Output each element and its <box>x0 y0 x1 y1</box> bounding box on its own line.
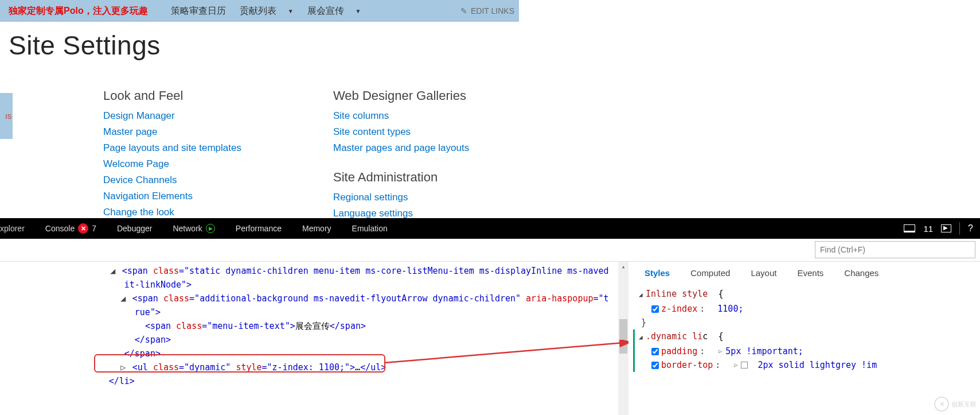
link-site-content-types[interactable]: Site content types <box>333 124 469 140</box>
devtools-tab-performance[interactable]: Performance <box>225 218 292 239</box>
devtools-tab-emulation[interactable]: Emulation <box>342 218 398 239</box>
link-device-channels[interactable]: Device Channels <box>103 172 241 188</box>
edit-links-button[interactable]: ✎ EDIT LINKS <box>460 6 514 15</box>
link-master-pages-and-layouts[interactable]: Master pages and page layouts <box>333 140 469 156</box>
section-heading: Site Administration <box>333 170 469 185</box>
play-in-box-icon[interactable] <box>941 224 951 232</box>
chevron-down-icon: ▼ <box>356 8 361 14</box>
link-regional-settings[interactable]: Regional settings <box>333 189 469 205</box>
link-navigation-elements[interactable]: Navigation Elements <box>103 188 241 204</box>
devtools-tab-network[interactable]: Network ▶ <box>162 218 225 239</box>
nav-item-calendar[interactable]: 策略审查日历 <box>171 5 226 17</box>
link-design-manager[interactable]: Design Manager <box>103 108 241 124</box>
pencil-icon: ✎ <box>460 6 467 15</box>
promo-text: 独家定制专属Polo，注入更多玩趣 <box>9 5 148 17</box>
sidebar-fragment: ıs <box>0 93 13 139</box>
nav-item-contributions[interactable]: 贡献列表▼ <box>240 5 294 17</box>
error-count: 7 <box>92 224 96 233</box>
link-site-columns[interactable]: Site columns <box>333 108 469 124</box>
help-icon[interactable]: ? <box>968 223 973 234</box>
section-heading: Look and Feel <box>103 88 241 103</box>
devtools-tab-memory[interactable]: Memory <box>292 218 342 239</box>
section-heading: Web Designer Galleries <box>333 88 469 103</box>
monitor-icon[interactable] <box>904 224 915 232</box>
link-welcome-page[interactable]: Welcome Page <box>103 156 241 172</box>
nav-item-exhibition[interactable]: 展会宣传▼ <box>307 5 361 17</box>
error-badge-icon: ✕ <box>78 223 88 234</box>
chevron-down-icon: ▼ <box>288 8 294 14</box>
devtools-tab-explorer[interactable]: xplorer <box>0 218 35 239</box>
devtools-tab-debugger[interactable]: Debugger <box>107 218 163 239</box>
top-navigation: 独家定制专属Polo，注入更多玩趣 策略审查日历 贡献列表▼ 展会宣传▼ ✎ E… <box>0 0 519 22</box>
find-input[interactable] <box>815 241 975 250</box>
element-count: 11 <box>923 224 933 234</box>
devtools-tab-console[interactable]: Console ✕ 7 <box>35 218 107 239</box>
link-page-layouts[interactable]: Page layouts and site templates <box>103 140 241 156</box>
link-master-page[interactable]: Master page <box>103 124 241 140</box>
play-icon: ▶ <box>206 224 215 233</box>
page-title: Site Settings <box>9 30 980 61</box>
devtools-tabbar: xplorer Console ✕ 7 Debugger Network ▶ P… <box>0 218 980 239</box>
